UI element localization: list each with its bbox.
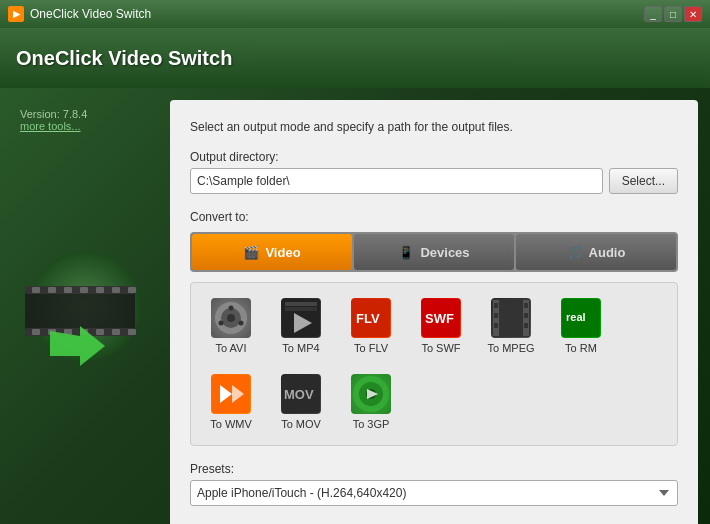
svg-rect-40 — [524, 313, 528, 318]
svg-rect-26 — [285, 302, 317, 306]
wmv-label: To WMV — [210, 418, 252, 430]
flv-icon: FLV — [351, 298, 391, 338]
rm-icon: real — [561, 298, 601, 338]
svg-rect-41 — [524, 323, 528, 328]
svg-rect-6 — [64, 287, 72, 293]
maximize-button[interactable]: □ — [664, 6, 682, 22]
devices-tab-icon: 📱 — [398, 245, 414, 260]
svg-rect-5 — [48, 287, 56, 293]
svg-rect-38 — [494, 323, 498, 328]
mp4-label: To MP4 — [282, 342, 319, 354]
format-mpeg[interactable]: To MPEG — [479, 291, 543, 361]
format-tabs: 🎬 Video 📱 Devices 🎵 Audio — [190, 232, 678, 272]
svg-rect-16 — [112, 329, 120, 335]
format-3gp[interactable]: To 3GP — [339, 367, 403, 437]
svg-rect-39 — [524, 303, 528, 308]
svg-point-23 — [239, 321, 244, 326]
title-bar-text: OneClick Video Switch — [30, 7, 151, 21]
rm-label: To RM — [565, 342, 597, 354]
tab-audio[interactable]: 🎵 Audio — [516, 234, 676, 270]
output-dir-label: Output directory: — [190, 150, 678, 164]
wmv-icon — [211, 374, 251, 414]
format-wmv[interactable]: To WMV — [199, 367, 263, 437]
avi-icon — [211, 298, 251, 338]
format-rm[interactable]: real To RM — [549, 291, 613, 361]
svg-text:real: real — [566, 311, 586, 323]
svg-point-24 — [219, 321, 224, 326]
svg-point-22 — [229, 306, 234, 311]
close-button[interactable]: ✕ — [684, 6, 702, 22]
devices-tab-label: Devices — [420, 245, 469, 260]
svg-point-21 — [227, 314, 235, 322]
app-header: OneClick Video Switch — [0, 28, 710, 88]
presets-dropdown[interactable]: Apple iPhone/iTouch - (H.264,640x420) Ap… — [190, 480, 678, 506]
mpeg-label: To MPEG — [487, 342, 534, 354]
svg-rect-7 — [80, 287, 88, 293]
svg-rect-15 — [96, 329, 104, 335]
swf-icon: SWF — [421, 298, 461, 338]
tab-devices[interactable]: 📱 Devices — [354, 234, 514, 270]
output-section: Output directory: Select... — [190, 150, 678, 194]
instruction-text: Select an output mode and specify a path… — [190, 120, 678, 134]
mov-label: To MOV — [281, 418, 321, 430]
convert-to-label: Convert to: — [190, 210, 678, 224]
window-controls: _ □ ✕ — [644, 6, 702, 22]
mp4-icon — [281, 298, 321, 338]
mov-icon: MOV — [281, 374, 321, 414]
svg-rect-9 — [112, 287, 120, 293]
svg-rect-10 — [128, 287, 136, 293]
main-layout: Version: 7.8.4 more tools... — [0, 88, 710, 524]
title-bar: ▶ OneClick Video Switch _ □ ✕ — [0, 0, 710, 28]
format-mp4[interactable]: To MP4 — [269, 291, 333, 361]
output-dir-input[interactable] — [190, 168, 603, 194]
app-title: OneClick Video Switch — [16, 47, 232, 70]
format-grid: To AVI To MP4 FLV To FLV SWF To SWF — [190, 282, 678, 446]
svg-text:MOV: MOV — [284, 387, 314, 402]
presets-label: Presets: — [190, 462, 678, 476]
format-swf[interactable]: SWF To SWF — [409, 291, 473, 361]
svg-rect-36 — [494, 303, 498, 308]
avi-label: To AVI — [216, 342, 247, 354]
3gp-icon — [351, 374, 391, 414]
audio-tab-label: Audio — [589, 245, 626, 260]
svg-rect-8 — [96, 287, 104, 293]
svg-rect-17 — [128, 329, 136, 335]
svg-rect-37 — [494, 313, 498, 318]
mpeg-icon — [491, 298, 531, 338]
app-icon: ▶ — [8, 6, 24, 22]
version-text: Version: 7.8.4 — [20, 108, 87, 120]
format-avi[interactable]: To AVI — [199, 291, 263, 361]
svg-rect-27 — [285, 307, 317, 311]
minimize-button[interactable]: _ — [644, 6, 662, 22]
svg-text:SWF: SWF — [425, 311, 454, 326]
video-tab-label: Video — [265, 245, 300, 260]
more-tools-link[interactable]: more tools... — [20, 120, 87, 132]
flv-label: To FLV — [354, 342, 388, 354]
format-flv[interactable]: FLV To FLV — [339, 291, 403, 361]
svg-rect-4 — [32, 287, 40, 293]
film-reel-icon — [20, 241, 150, 371]
sidebar: Version: 7.8.4 more tools... — [0, 88, 170, 524]
select-button[interactable]: Select... — [609, 168, 678, 194]
swf-label: To SWF — [421, 342, 460, 354]
format-mov[interactable]: MOV To MOV — [269, 367, 333, 437]
output-dir-row: Select... — [190, 168, 678, 194]
version-info: Version: 7.8.4 more tools... — [20, 108, 87, 132]
svg-text:FLV: FLV — [356, 311, 380, 326]
content-panel: Select an output mode and specify a path… — [170, 100, 698, 524]
svg-rect-11 — [32, 329, 40, 335]
tab-video[interactable]: 🎬 Video — [192, 234, 352, 270]
audio-tab-icon: 🎵 — [567, 245, 583, 260]
video-tab-icon: 🎬 — [243, 245, 259, 260]
3gp-label: To 3GP — [353, 418, 390, 430]
presets-section: Presets: Apple iPhone/iTouch - (H.264,64… — [190, 462, 678, 506]
